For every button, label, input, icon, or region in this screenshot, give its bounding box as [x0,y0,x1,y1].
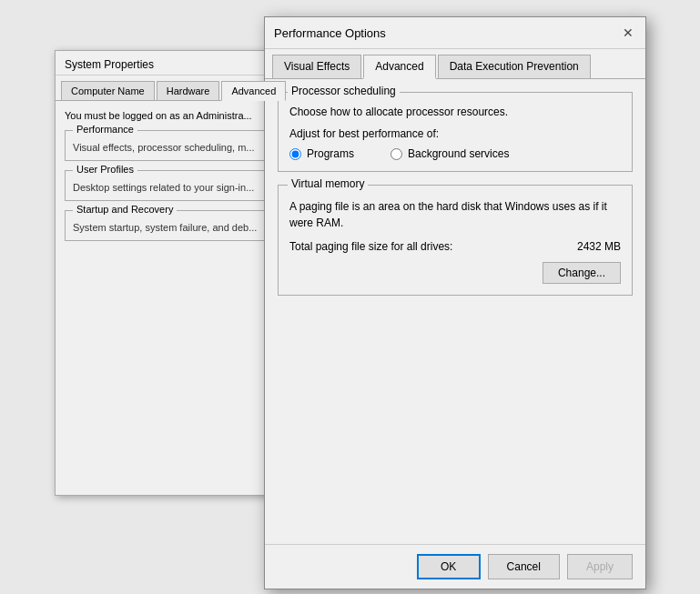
background-services-radio[interactable] [391,148,402,160]
performance-options-title: Performance Options [274,26,386,40]
tab-advanced-perf[interactable]: Advanced [363,55,435,79]
tab-advanced-sys[interactable]: Advanced [221,81,286,101]
processor-scheduling-desc: Choose how to allocate processor resourc… [289,106,621,118]
tab-visual-effects[interactable]: Visual Effects [272,55,361,78]
change-button[interactable]: Change... [543,262,621,284]
virtual-memory-label: Virtual memory [288,177,368,190]
processor-scheduling-label: Processor scheduling [288,85,400,97]
processor-scheduling-group: Processor scheduling Choose how to alloc… [278,92,633,172]
paging-file-row: Total paging file size for all drives: 2… [289,240,621,253]
user-profiles-group-label: User Profiles [73,164,137,175]
programs-radio[interactable] [289,148,301,160]
performance-options-body: Processor scheduling Choose how to alloc… [265,79,645,321]
performance-group-label: Performance [73,124,137,135]
apply-button[interactable]: Apply [567,554,633,579]
performance-options-tabs: Visual Effects Advanced Data Execution P… [265,49,645,79]
virtual-memory-desc: A paging file is an area on the hard dis… [289,198,621,231]
system-properties-title: System Properties [65,58,154,71]
paging-file-value: 2432 MB [577,240,621,253]
ok-button[interactable]: OK [417,554,481,579]
programs-label: Programs [307,147,354,160]
background-services-label: Background services [408,147,509,160]
performance-options-titlebar: Performance Options ✕ [265,17,645,49]
performance-options-footer: OK Cancel Apply [265,544,645,589]
programs-option[interactable]: Programs [289,147,354,160]
performance-options-dialog: Performance Options ✕ Visual Effects Adv… [264,16,646,589]
adjust-label: Adjust for best performance of: [289,127,621,140]
background-services-option[interactable]: Background services [391,147,509,160]
cancel-button[interactable]: Cancel [488,554,560,579]
tab-computer-name[interactable]: Computer Name [61,81,155,100]
radio-row: Programs Background services [289,147,621,160]
close-button[interactable]: ✕ [620,25,636,41]
tab-hardware[interactable]: Hardware [157,81,220,100]
virtual-memory-group: Virtual memory A paging file is an area … [278,185,633,296]
paging-file-label: Total paging file size for all drives: [289,240,452,253]
startup-recovery-group-label: Startup and Recovery [73,204,177,215]
tab-data-execution[interactable]: Data Execution Prevention [438,55,591,78]
